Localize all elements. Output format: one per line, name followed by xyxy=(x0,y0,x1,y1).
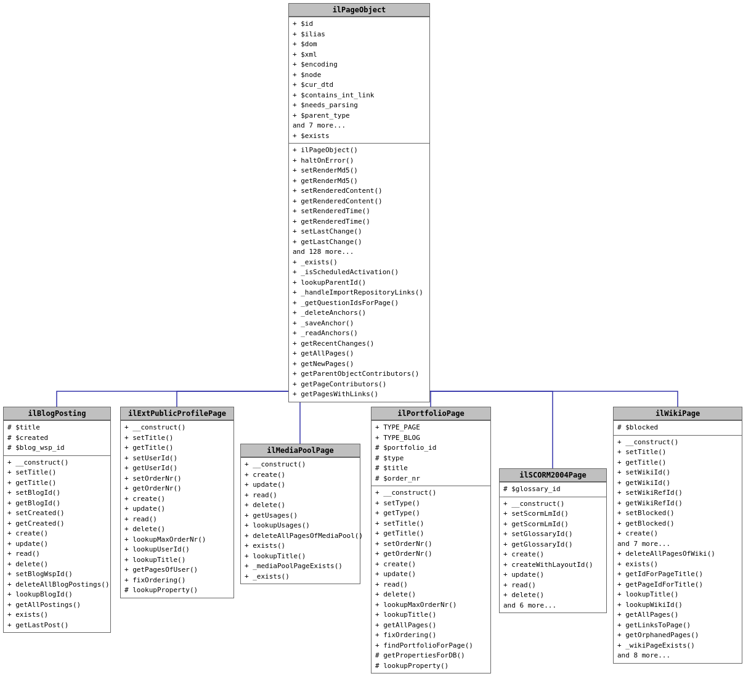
ilBlogPosting-methods: + __construct() + setTitle() + getTitle(… xyxy=(4,455,110,633)
ilExtPublicProfilePage-title: ilExtPublicProfilePage xyxy=(121,407,233,420)
ilPortfolioPage-title: ilPortfolioPage xyxy=(371,407,490,420)
ilSCORM2004Page-title: ilSCORM2004Page xyxy=(500,469,606,482)
ilBlogPosting-box: ilBlogPosting # $title # $created # $blo… xyxy=(3,407,111,633)
ilPortfolioPage-methods: + __construct() + setType() + getType() … xyxy=(371,486,490,673)
ilPageObject-title: ilPageObject xyxy=(289,4,429,17)
ilBlogPosting-attributes: # $title # $created # $blog_wsp_id xyxy=(4,420,110,455)
ilWikiPage-attributes: # $blocked xyxy=(614,420,742,435)
ilMediaPoolPage-box: ilMediaPoolPage + __construct() + create… xyxy=(240,444,360,584)
ilPageObject-attributes: + $id + $ilias + $dom + $xml + $encoding… xyxy=(289,17,429,143)
ilPageObject-box: ilPageObject + $id + $ilias + $dom + $xm… xyxy=(288,3,430,402)
ilSCORM2004Page-box: ilSCORM2004Page # $glossary_id + __const… xyxy=(499,468,607,613)
ilPortfolioPage-attributes: + TYPE_PAGE + TYPE_BLOG # $portfolio_id … xyxy=(371,420,490,486)
ilWikiPage-methods: + __construct() + setTitle() + getTitle(… xyxy=(614,435,742,663)
ilBlogPosting-title: ilBlogPosting xyxy=(4,407,110,420)
diagram-container: ilPageObject + $id + $ilias + $dom + $xm… xyxy=(0,0,751,700)
ilWikiPage-title: ilWikiPage xyxy=(614,407,742,420)
ilMediaPoolPage-title: ilMediaPoolPage xyxy=(241,444,360,457)
ilSCORM2004Page-methods: + __construct() + setScormLmId() + getSc… xyxy=(500,497,606,613)
ilPageObject-methods: + ilPageObject() + haltOnError() + setRe… xyxy=(289,143,429,402)
ilWikiPage-box: ilWikiPage # $blocked + __construct() + … xyxy=(613,407,742,664)
ilMediaPoolPage-methods: + __construct() + create() + update() + … xyxy=(241,457,360,584)
ilSCORM2004Page-attributes: # $glossary_id xyxy=(500,482,606,497)
ilExtPublicProfilePage-methods: + __construct() + setTitle() + getTitle(… xyxy=(121,420,233,598)
ilPortfolioPage-box: ilPortfolioPage + TYPE_PAGE + TYPE_BLOG … xyxy=(371,407,491,674)
ilExtPublicProfilePage-box: ilExtPublicProfilePage + __construct() +… xyxy=(120,407,234,598)
